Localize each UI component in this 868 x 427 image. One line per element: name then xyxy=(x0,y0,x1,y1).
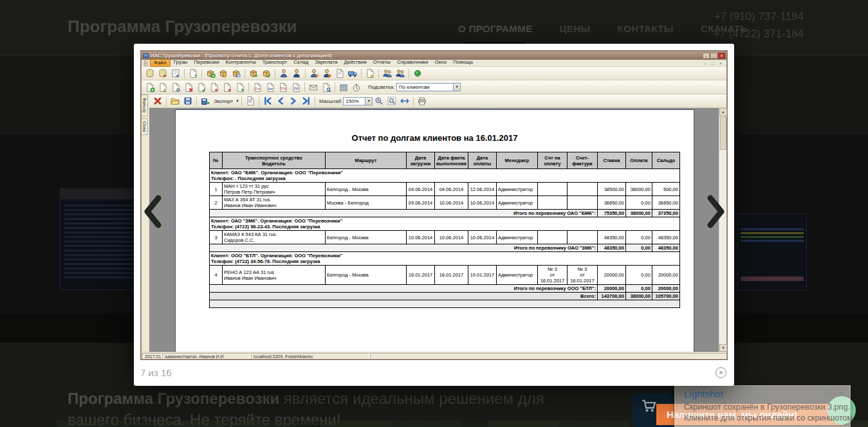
svg-text:Акт: Акт xyxy=(268,87,273,91)
next-page-icon[interactable] xyxy=(287,95,300,107)
box-edit-icon[interactable] xyxy=(217,68,230,79)
side-tab-окна[interactable]: Окна xyxy=(142,118,148,135)
maximize-button[interactable]: □ xyxy=(710,53,717,59)
table-row: 3КАМАЗ К 543 КА 31 rusСидоров С.С.Белгор… xyxy=(210,231,680,244)
menu-окно[interactable]: Окно xyxy=(432,59,450,67)
menu-контрагенты[interactable]: Контрагенты xyxy=(223,59,259,67)
next-image-arrow[interactable] xyxy=(706,195,726,228)
open-icon[interactable] xyxy=(169,95,181,107)
doc-export-red-icon[interactable] xyxy=(221,82,234,93)
phone-2[interactable]: +7 (4722) 371-184 xyxy=(714,25,804,42)
export-label[interactable]: Экспорт xyxy=(214,98,233,104)
menu-отчеты[interactable]: Отчеты xyxy=(369,59,394,67)
doc-import-icon[interactable] xyxy=(208,82,221,93)
fit-width-icon[interactable] xyxy=(398,95,411,107)
doc-Акт-icon[interactable]: Акт xyxy=(264,82,277,93)
page-root: Программа Грузоперевозки О ПРОГРАММЕЦЕНЫ… xyxy=(0,0,868,427)
save-icon[interactable] xyxy=(181,95,194,107)
menu-транспорт[interactable]: Транспорт xyxy=(259,59,290,67)
menu-справочники[interactable]: Справочники xyxy=(394,59,431,67)
menu-склад[interactable]: Склад xyxy=(290,59,311,67)
sphere-icon[interactable] xyxy=(411,68,424,79)
export-caret-icon[interactable]: ▼ xyxy=(235,99,239,103)
person-call-dark-icon[interactable] xyxy=(320,68,333,79)
last-page-icon[interactable] xyxy=(300,95,313,107)
status-cell-0: 2017.01 xyxy=(142,353,162,359)
export-icon[interactable] xyxy=(199,95,212,107)
box-add-icon[interactable] xyxy=(204,68,217,79)
print-icon[interactable] xyxy=(416,95,429,107)
doc-gear-icon[interactable] xyxy=(169,82,182,93)
menu-грузы[interactable]: Грузы xyxy=(171,59,191,67)
window-title: ИАС Грузоперевозки - [Просмотр отчета-1.… xyxy=(151,53,332,59)
table-footer-row xyxy=(210,300,680,308)
doc-ТТН-icon[interactable]: ТТН xyxy=(277,82,290,93)
menu-файл[interactable]: Файл xyxy=(150,59,171,67)
db-icon[interactable] xyxy=(143,68,156,79)
form-edit-icon[interactable] xyxy=(169,68,182,79)
toolbar-separator xyxy=(378,69,379,78)
menu-действия[interactable]: Действия xyxy=(340,59,369,67)
phone-numbers[interactable]: +7 (910) 737-1184 +7 (4722) 371-184 xyxy=(714,8,804,42)
person-call-icon[interactable] xyxy=(308,68,320,79)
zoom-combobox[interactable]: 150% ▼ xyxy=(343,97,373,105)
window-close-button[interactable]: × xyxy=(718,53,725,59)
close-icon[interactable] xyxy=(836,390,845,398)
report-table: №Транспортное средствоВодительМаршрутДат… xyxy=(209,152,680,308)
doc-find-icon[interactable] xyxy=(320,82,333,93)
nav-item-контакты[interactable]: КОНТАКТЫ xyxy=(618,23,674,45)
scrollbar-thumb[interactable] xyxy=(720,116,726,150)
phone-1[interactable]: +7 (910) 737-1184 xyxy=(714,8,804,25)
menu-зарплата[interactable]: Зарплата xyxy=(311,59,340,67)
highlight-combobox[interactable]: По клиентам▼ xyxy=(396,83,461,91)
minimize-button[interactable]: – xyxy=(703,53,710,59)
doc-add-icon[interactable] xyxy=(143,82,156,93)
doc-edit-icon[interactable] xyxy=(364,68,376,79)
nav-item-цены[interactable]: ЦЕНЫ xyxy=(560,23,591,45)
people-icon[interactable] xyxy=(381,68,394,79)
first-page-icon[interactable] xyxy=(261,95,274,107)
people-dark-icon[interactable] xyxy=(394,68,407,79)
lightshot-notification[interactable]: Lightshot Скриншот сохранён в Грузоперев… xyxy=(674,385,851,427)
prev-page-icon[interactable] xyxy=(274,95,287,107)
doc-Счт-icon[interactable]: Счт xyxy=(251,82,264,93)
box-copy-icon[interactable] xyxy=(230,68,243,79)
prev-image-arrow[interactable] xyxy=(143,195,162,228)
menu-перевозки[interactable]: Перевозки xyxy=(190,59,222,67)
person-dark-icon[interactable] xyxy=(290,68,303,79)
zoom-select-icon[interactable] xyxy=(385,95,398,107)
box-run-icon[interactable] xyxy=(247,68,260,79)
doc-ПЛ-icon[interactable]: ПЛ xyxy=(290,82,302,93)
cart-icon xyxy=(640,397,657,414)
lightbox-close-button[interactable]: × xyxy=(716,367,726,378)
scroll-down-icon[interactable]: ▼ xyxy=(719,344,727,352)
chevron-down-icon[interactable]: ▼ xyxy=(365,98,372,105)
doc-check-icon[interactable] xyxy=(195,82,208,93)
mail-icon[interactable] xyxy=(307,82,320,93)
scroll-up-icon[interactable]: ▲ xyxy=(719,108,727,116)
settings-icon[interactable] xyxy=(822,390,830,398)
vertical-scrollbar[interactable]: ▲ ▼ xyxy=(719,108,726,352)
clock-icon[interactable] xyxy=(350,82,363,93)
doc-edit-icon[interactable] xyxy=(156,82,169,93)
db-import-icon[interactable] xyxy=(156,68,169,79)
doc-del-icon[interactable] xyxy=(182,82,195,93)
toolbar-separator xyxy=(201,69,202,78)
doc-page-icon[interactable] xyxy=(333,68,346,79)
print-preview-icon[interactable] xyxy=(244,95,257,107)
menu-помощь[interactable]: Помощь xyxy=(450,59,476,67)
mdi-window-controls[interactable]: – □ × xyxy=(704,61,724,66)
close-report-icon[interactable] xyxy=(151,95,164,107)
side-tab-фильтр[interactable]: Фильтр xyxy=(142,95,148,116)
truck-icon[interactable] xyxy=(346,68,359,79)
nav-item-о-программе[interactable]: О ПРОГРАММЕ xyxy=(458,23,533,45)
doc-export-icon[interactable] xyxy=(187,68,199,79)
box-check-icon[interactable] xyxy=(260,68,273,79)
doc-run-icon[interactable] xyxy=(234,82,246,93)
zoom-tool-icon[interactable] xyxy=(373,95,385,107)
cash-icon[interactable] xyxy=(337,82,350,93)
person-icon[interactable] xyxy=(277,68,290,79)
chevron-down-icon[interactable]: ▼ xyxy=(453,84,460,91)
mdi-child-icon xyxy=(143,60,149,66)
lightshot-line2[interactable]: Кликните для открытия папки со скриншото… xyxy=(684,413,855,422)
